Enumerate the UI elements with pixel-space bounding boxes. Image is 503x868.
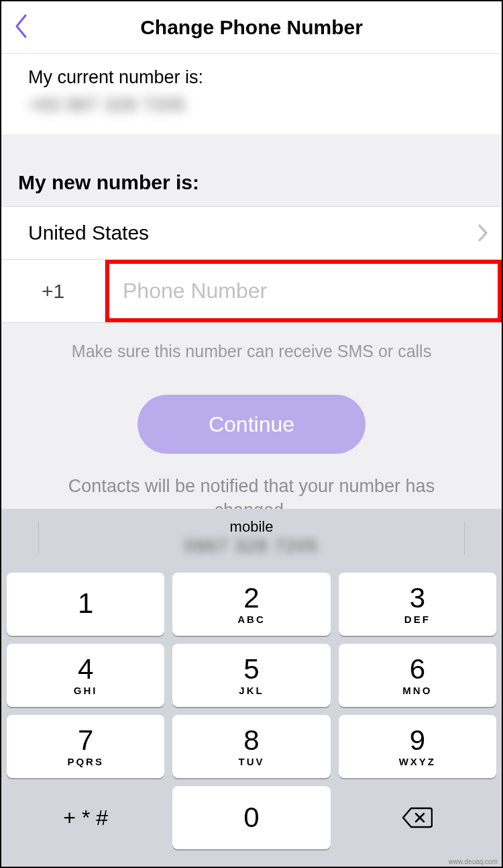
key-5[interactable]: 5JKL bbox=[172, 644, 330, 707]
key-8[interactable]: 8TUV bbox=[172, 715, 330, 778]
new-number-header: My new number is: bbox=[1, 134, 502, 206]
key-2[interactable]: 2ABC bbox=[172, 573, 330, 636]
phone-input-highlight bbox=[105, 260, 502, 322]
suggestion-label: mobile bbox=[230, 518, 274, 536]
phone-number-input[interactable] bbox=[109, 264, 498, 318]
page-title: Change Phone Number bbox=[1, 16, 502, 39]
new-number-label: My new number is: bbox=[18, 171, 485, 194]
key-1[interactable]: 1 bbox=[7, 573, 164, 636]
header: Change Phone Number bbox=[1, 1, 502, 54]
current-number-label: My current number is: bbox=[28, 67, 475, 88]
key-6[interactable]: 6MNO bbox=[339, 644, 496, 707]
keyboard-suggestion[interactable]: mobile 0967 328 7205 bbox=[39, 509, 464, 566]
key-4[interactable]: 4GHI bbox=[7, 644, 164, 707]
country-selector[interactable]: United States bbox=[1, 206, 502, 260]
sms-hint: Make sure this number can receive SMS or… bbox=[1, 323, 502, 361]
chevron-left-icon bbox=[13, 13, 28, 39]
key-9[interactable]: 9WXYZ bbox=[339, 715, 496, 778]
watermark: www.deuaq.com bbox=[449, 858, 498, 865]
back-button[interactable] bbox=[13, 13, 28, 42]
country-name: United States bbox=[28, 222, 149, 244]
key-0[interactable]: 0 bbox=[172, 786, 330, 849]
dial-code: +1 bbox=[1, 260, 105, 322]
numeric-keypad: 1 2ABC 3DEF 4GHI 5JKL 6MNO 7PQRS 8TUV 9W… bbox=[1, 566, 502, 867]
continue-button[interactable]: Continue bbox=[137, 395, 366, 454]
current-number-value: +63 967 328 7205 bbox=[28, 95, 475, 115]
keyboard-suggestion-bar: mobile 0967 328 7205 bbox=[1, 509, 502, 566]
phone-input-row: +1 bbox=[1, 260, 502, 323]
current-number-section: My current number is: +63 967 328 7205 bbox=[1, 54, 502, 134]
backspace-icon bbox=[402, 806, 433, 829]
chevron-right-icon bbox=[478, 224, 488, 242]
key-symbols[interactable]: + * # bbox=[7, 786, 164, 849]
suggestion-number: 0967 328 7205 bbox=[184, 536, 319, 557]
keyboard: mobile 0967 328 7205 1 2ABC 3DEF 4GHI 5J… bbox=[1, 509, 502, 867]
key-backspace[interactable] bbox=[339, 786, 496, 849]
key-7[interactable]: 7PQRS bbox=[7, 715, 164, 778]
key-3[interactable]: 3DEF bbox=[339, 573, 496, 636]
